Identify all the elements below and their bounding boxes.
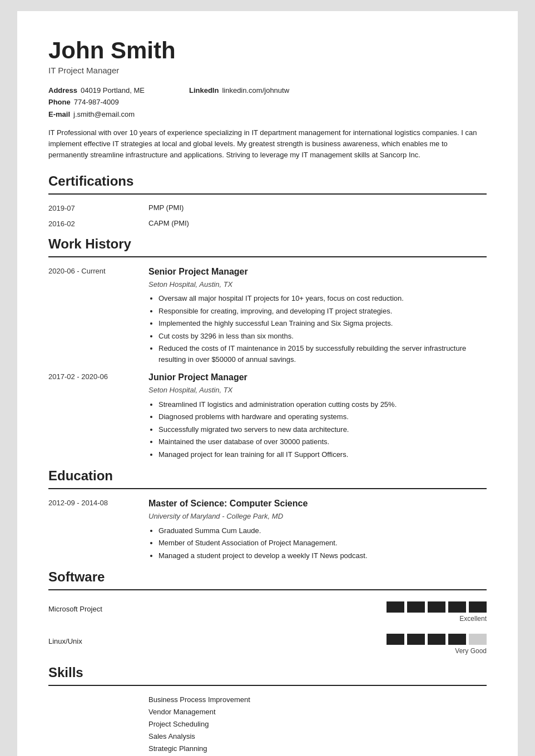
skill-item: Business Process Improvement bbox=[148, 694, 487, 706]
skill-item: Vendor Management bbox=[148, 706, 487, 718]
summary: IT Professional with over 10 years of ex… bbox=[48, 127, 487, 161]
contact-value: 04019 Portland, ME bbox=[81, 85, 145, 96]
rating-bars bbox=[387, 601, 487, 613]
rating-area: Excellent bbox=[148, 601, 487, 624]
certifications-title: Certifications bbox=[48, 171, 487, 191]
bullet-item: Diagnosed problems with hardware and ope… bbox=[158, 411, 487, 422]
software-name: Linux/Unix bbox=[48, 634, 148, 647]
rating-bars bbox=[387, 634, 487, 645]
job-title: IT Project Manager bbox=[48, 64, 487, 77]
contact-value: 774-987-4009 bbox=[74, 97, 119, 108]
edu-content: Master of Science: Computer Science Univ… bbox=[148, 497, 487, 563]
job-title-text: Junior Project Manager bbox=[148, 371, 487, 384]
bullet-item: Cut costs by 3296 in less than six month… bbox=[158, 331, 487, 342]
skills-rows: Business Process ImprovementVendor Manag… bbox=[48, 694, 487, 756]
contact-right: LinkedInlinkedin.com/johnutw bbox=[189, 85, 289, 120]
rating-bar bbox=[448, 634, 466, 645]
edu-date: 2012-09 - 2014-08 bbox=[48, 497, 148, 563]
rating-bar bbox=[407, 634, 425, 645]
certifications-rows: 2019-07 PMP (PMI) 2016-02 CAPM (PMI) bbox=[48, 202, 487, 230]
bullet-list: Streamlined IT logistics and administrat… bbox=[148, 399, 487, 460]
job-title-text: Senior Project Manager bbox=[148, 265, 487, 278]
software-row: Microsoft Project Excellent bbox=[48, 598, 487, 624]
skills-section: Skills Business Process ImprovementVendo… bbox=[48, 663, 487, 756]
full-name: John Smith bbox=[48, 38, 487, 63]
skills-divider bbox=[48, 685, 487, 686]
contact-value: linkedin.com/johnutw bbox=[222, 85, 289, 96]
software-rows: Microsoft Project Excellent Linux/Unix V… bbox=[48, 598, 487, 656]
cert-date: 2016-02 bbox=[48, 218, 148, 230]
contact-value: j.smith@email.com bbox=[73, 109, 135, 120]
work-date: 2020-06 - Current bbox=[48, 265, 148, 367]
rating-bar bbox=[428, 634, 445, 645]
work-content: Junior Project Manager Seton Hospital, A… bbox=[148, 371, 487, 461]
bullet-item: Managed project for lean training for al… bbox=[158, 449, 487, 460]
skills-content: Business Process ImprovementVendor Manag… bbox=[148, 694, 487, 756]
software-divider bbox=[48, 589, 487, 590]
software-name: Microsoft Project bbox=[48, 601, 148, 615]
certification-row: 2019-07 PMP (PMI) bbox=[48, 202, 487, 214]
education-row: 2012-09 - 2014-08 Master of Science: Com… bbox=[48, 497, 487, 563]
bullet-list: Oversaw all major hospital IT projects f… bbox=[148, 293, 487, 365]
skill-item: Sales Analysis bbox=[148, 730, 487, 743]
rating-bar bbox=[469, 634, 487, 645]
contact-item: E-mailj.smith@email.com bbox=[48, 109, 145, 120]
rating-bar bbox=[469, 601, 487, 613]
rating-text: Very Good bbox=[455, 646, 487, 656]
skills-title: Skills bbox=[48, 663, 487, 683]
rating-bar bbox=[387, 634, 404, 645]
contact-block: Address04019 Portland, MEPhone774-987-40… bbox=[48, 85, 487, 120]
job-org: Seton Hospital, Austin, TX bbox=[148, 279, 487, 290]
contact-label: Phone bbox=[48, 97, 71, 108]
contact-item: Address04019 Portland, ME bbox=[48, 85, 145, 96]
cert-date: 2019-07 bbox=[48, 202, 148, 214]
edu-org: University of Maryland - College Park, M… bbox=[148, 511, 487, 522]
work-row: 2017-02 - 2020-06 Junior Project Manager… bbox=[48, 371, 487, 461]
skill-item: Project Scheduling bbox=[148, 718, 487, 730]
contact-label: LinkedIn bbox=[189, 85, 219, 96]
degree-title: Master of Science: Computer Science bbox=[148, 497, 487, 510]
bullet-list: Graduated Summa Cum Laude.Member of Stud… bbox=[148, 525, 487, 561]
contact-item: LinkedInlinkedin.com/johnutw bbox=[189, 85, 289, 96]
rating-area: Very Good bbox=[148, 634, 487, 656]
education-title: Education bbox=[48, 466, 487, 486]
software-section: Software Microsoft Project Excellent Lin… bbox=[48, 567, 487, 656]
rating-bar bbox=[448, 601, 466, 613]
work-content: Senior Project Manager Seton Hospital, A… bbox=[148, 265, 487, 367]
rating-bar bbox=[387, 601, 404, 613]
contact-left: Address04019 Portland, MEPhone774-987-40… bbox=[48, 85, 145, 120]
certifications-divider bbox=[48, 193, 487, 195]
cert-name: PMP (PMI) bbox=[148, 202, 487, 214]
education-rows: 2012-09 - 2014-08 Master of Science: Com… bbox=[48, 497, 487, 563]
work-row: 2020-06 - Current Senior Project Manager… bbox=[48, 265, 487, 367]
work-history-title: Work History bbox=[48, 234, 487, 254]
work-history-rows: 2020-06 - Current Senior Project Manager… bbox=[48, 265, 487, 462]
resume-container: John Smith IT Project Manager Address040… bbox=[17, 11, 518, 756]
header: John Smith IT Project Manager Address040… bbox=[48, 38, 487, 161]
rating-bar bbox=[428, 601, 445, 613]
software-row: Linux/Unix Very Good bbox=[48, 630, 487, 656]
contact-item: Phone774-987-4009 bbox=[48, 97, 145, 108]
bullet-item: Implemented the highly successful Lean T… bbox=[158, 318, 487, 329]
job-org: Seton Hospital, Austin, TX bbox=[148, 385, 487, 396]
contact-label: E-mail bbox=[48, 109, 70, 120]
bullet-item: Streamlined IT logistics and administrat… bbox=[158, 399, 487, 410]
bullet-item: Reduced the costs of IT maintenance in 2… bbox=[158, 343, 487, 365]
bullet-item: Successfully migrated two servers to new… bbox=[158, 424, 487, 435]
rating-bar bbox=[407, 601, 425, 613]
rating-text: Excellent bbox=[459, 614, 487, 624]
skill-item: Strategic Planning bbox=[148, 743, 487, 755]
certifications-section: Certifications 2019-07 PMP (PMI) 2016-02… bbox=[48, 171, 487, 230]
work-history-divider bbox=[48, 256, 487, 257]
bullet-item: Oversaw all major hospital IT projects f… bbox=[158, 293, 487, 304]
certification-row: 2016-02 CAPM (PMI) bbox=[48, 218, 487, 230]
bullet-item: Member of Student Association of Project… bbox=[158, 538, 487, 549]
contact-label: Address bbox=[48, 85, 77, 96]
work-date: 2017-02 - 2020-06 bbox=[48, 371, 148, 461]
education-section: Education 2012-09 - 2014-08 Master of Sc… bbox=[48, 466, 487, 563]
education-divider bbox=[48, 488, 487, 489]
bullet-item: Managed a student project to develop a w… bbox=[158, 550, 487, 561]
cert-name: CAPM (PMI) bbox=[148, 218, 487, 230]
work-history-section: Work History 2020-06 - Current Senior Pr… bbox=[48, 234, 487, 462]
bullet-item: Graduated Summa Cum Laude. bbox=[158, 525, 487, 536]
